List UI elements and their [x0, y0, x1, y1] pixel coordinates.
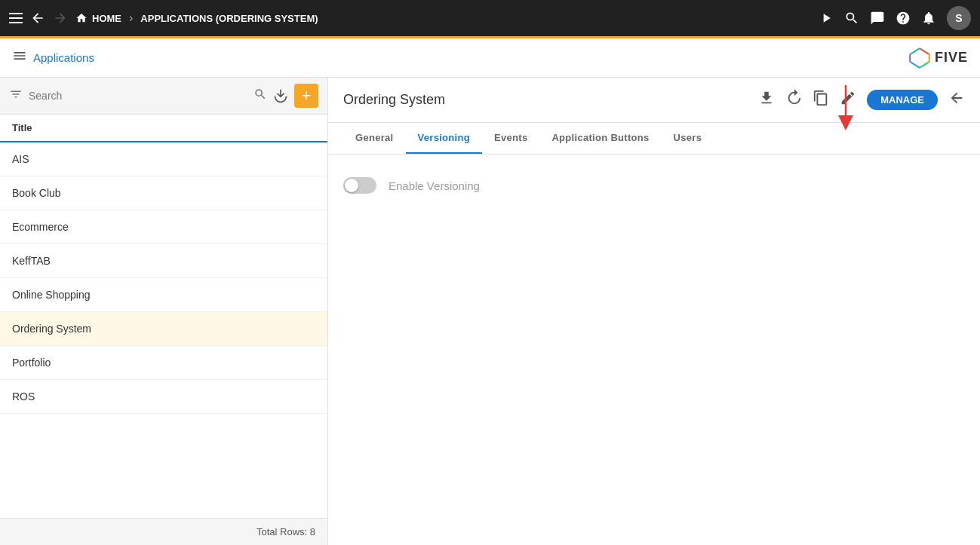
tab-general[interactable]: General: [343, 123, 406, 154]
main-layout: + Title AIS Book Club Ecommerce KeffTAB …: [0, 78, 980, 545]
tab-users[interactable]: Users: [662, 123, 714, 154]
edit-icon[interactable]: [840, 90, 856, 110]
notification-icon[interactable]: [921, 11, 936, 26]
list-item[interactable]: ROS: [0, 380, 327, 414]
breadcrumb-separator: ›: [129, 11, 133, 25]
sidebar: + Title AIS Book Club Ecommerce KeffTAB …: [0, 78, 328, 545]
svg-marker-0: [910, 48, 929, 68]
svg-line-4: [910, 61, 920, 67]
forward-nav-icon[interactable]: [53, 11, 68, 26]
filter-icon[interactable]: [9, 87, 23, 104]
sidebar-column-header: Title: [0, 115, 327, 142]
copy-icon[interactable]: [813, 90, 829, 110]
search-icon[interactable]: [844, 11, 859, 26]
versioning-row: Enable Versioning: [343, 177, 965, 194]
chat-icon[interactable]: [870, 11, 885, 26]
import-button[interactable]: [273, 88, 288, 103]
subheader: Applications FIVE: [0, 38, 980, 78]
versioning-label: Enable Versioning: [389, 179, 480, 192]
user-avatar[interactable]: S: [947, 6, 971, 30]
toggle-knob: [345, 179, 358, 192]
five-logo-text: FIVE: [935, 50, 968, 66]
sidebar-footer: Total Rows: 8: [0, 518, 327, 545]
play-icon[interactable]: [819, 11, 834, 26]
list-item[interactable]: AIS: [0, 142, 327, 176]
breadcrumb-text: APPLICATIONS (ORDERING SYSTEM): [140, 13, 318, 24]
five-logo: FIVE: [908, 46, 968, 70]
add-button[interactable]: +: [294, 84, 318, 108]
search-input[interactable]: [29, 90, 247, 102]
list-item[interactable]: Portfolio: [0, 346, 327, 380]
home-label: HOME: [92, 13, 121, 24]
svg-line-1: [920, 48, 929, 54]
menu-icon[interactable]: [9, 13, 23, 23]
home-nav[interactable]: HOME: [75, 12, 121, 24]
enable-versioning-toggle[interactable]: [343, 177, 376, 194]
content-actions: Manage: [758, 90, 965, 110]
list-item[interactable]: Online Shopping: [0, 278, 327, 312]
content-header: Ordering System Manage: [328, 78, 980, 123]
topbar: HOME › APPLICATIONS (ORDERING SYSTEM) S: [0, 0, 980, 36]
sidebar-toggle-icon[interactable]: [12, 48, 27, 67]
download-icon[interactable]: [758, 90, 775, 110]
subheader-title: Applications: [33, 51, 94, 64]
tab-events[interactable]: Events: [482, 123, 539, 154]
search-icon[interactable]: [253, 87, 267, 104]
tab-application-buttons[interactable]: Application Buttons: [539, 123, 661, 154]
history-icon[interactable]: [785, 90, 802, 110]
content-title: Ordering System: [343, 92, 445, 108]
sidebar-list: AIS Book Club Ecommerce KeffTAB Online S…: [0, 142, 327, 518]
sidebar-toolbar: +: [0, 78, 327, 115]
list-item[interactable]: KeffTAB: [0, 244, 327, 278]
tab-versioning[interactable]: Versioning: [406, 123, 482, 154]
help-icon[interactable]: [896, 11, 911, 26]
back-nav-icon[interactable]: [30, 11, 45, 26]
svg-line-6: [910, 48, 920, 54]
svg-line-3: [920, 61, 929, 67]
list-item[interactable]: Book Club: [0, 176, 327, 210]
tab-content-versioning: Enable Versioning: [328, 155, 980, 545]
content-area: Ordering System Manage: [328, 78, 980, 545]
navigate-back-icon[interactable]: [948, 90, 965, 110]
list-item-active[interactable]: Ordering System: [0, 312, 327, 346]
list-item[interactable]: Ecommerce: [0, 210, 327, 244]
tabs: General Versioning Events Application Bu…: [328, 123, 980, 155]
manage-button[interactable]: Manage: [867, 90, 938, 110]
